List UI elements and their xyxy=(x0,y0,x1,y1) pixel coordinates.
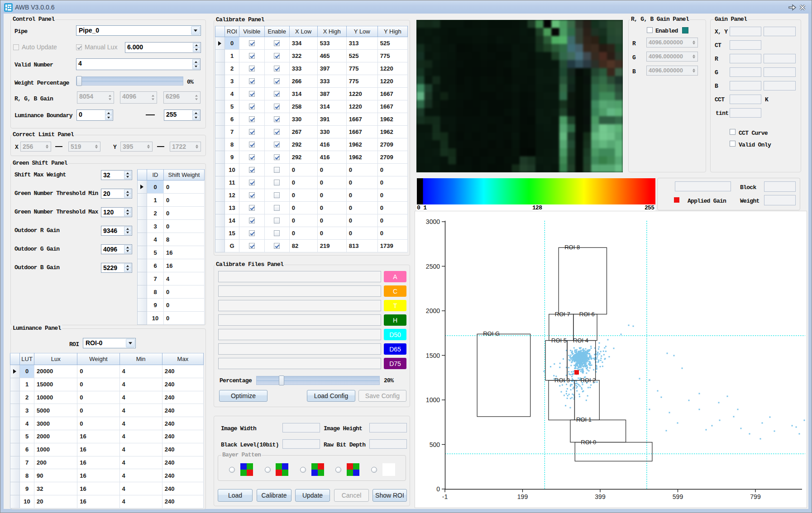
svg-text:1000: 1000 xyxy=(426,396,440,404)
svg-text:2500: 2500 xyxy=(426,263,440,270)
svg-text:599: 599 xyxy=(673,493,683,500)
svg-text:0: 0 xyxy=(436,485,440,493)
svg-text:500: 500 xyxy=(430,441,440,448)
svg-text:799: 799 xyxy=(750,493,761,500)
svg-text:3000: 3000 xyxy=(426,218,440,225)
svg-text:1500: 1500 xyxy=(426,352,440,359)
svg-text:ROI 8: ROI 8 xyxy=(564,244,580,251)
svg-text:399: 399 xyxy=(595,493,606,500)
svg-text:2000: 2000 xyxy=(426,307,440,314)
svg-text:199: 199 xyxy=(517,493,528,500)
svg-text:ROI G: ROI G xyxy=(483,330,500,337)
svg-text:-1: -1 xyxy=(442,493,448,500)
